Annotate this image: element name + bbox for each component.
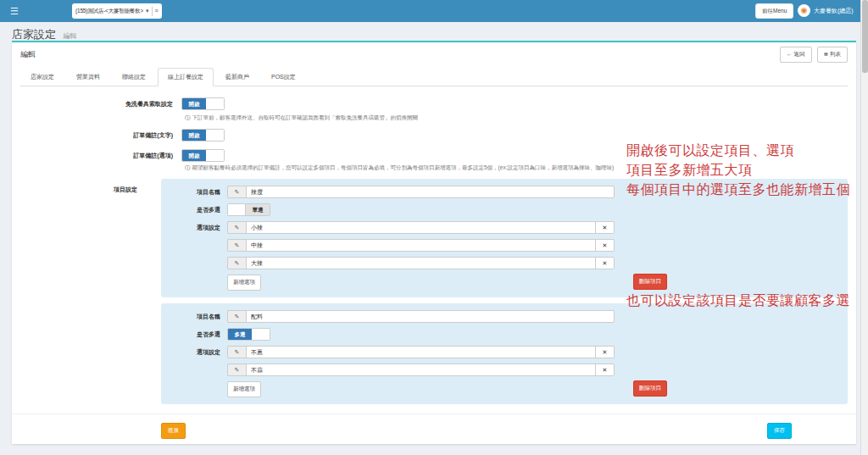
item-card-toppings: 項目名稱 ✎ 是否多選 多選 選項設定 bbox=[161, 303, 848, 404]
options-label: 選項設定 bbox=[168, 221, 227, 234]
disposable-utensils-help: ⓘ下訂單前，顧客選擇外送、自取時可在訂單確認頁面看到「索取免洗餐具或吸管」的切換… bbox=[185, 114, 848, 121]
option-input[interactable] bbox=[246, 363, 596, 376]
topbar: ☰ (155)測試店-<大麥智能餐飲> ▾ ≡ 前往Menu ◉ 大麥餐飲(總店… bbox=[0, 0, 868, 22]
tab-pos-settings[interactable]: POS設定 bbox=[261, 68, 306, 86]
scrollbar-track bbox=[860, 0, 868, 455]
multi-select-label: 是否多選 bbox=[168, 328, 227, 341]
option-input[interactable] bbox=[246, 346, 596, 358]
item-name-input[interactable] bbox=[246, 186, 615, 198]
sidebar-toggle-hamburger-icon[interactable]: ☰ bbox=[0, 0, 29, 22]
list-icon: ≣ bbox=[824, 51, 828, 57]
page-title: 店家設定 bbox=[12, 28, 56, 41]
disposable-utensils-label: 免洗餐具索取設定 bbox=[20, 97, 181, 110]
arrow-left-icon: ← bbox=[787, 51, 793, 57]
list-button[interactable]: ≣列表 bbox=[817, 47, 848, 63]
user-name[interactable]: 大麥餐飲(總店) bbox=[814, 0, 854, 22]
pencil-icon: ✎ bbox=[227, 363, 246, 376]
delete-item-button[interactable]: 刪除項目 bbox=[633, 380, 667, 397]
annotation-enable-items: 開啟後可以設定項目、選項 bbox=[626, 142, 794, 159]
pencil-icon: ✎ bbox=[227, 257, 246, 269]
undo-button[interactable]: 復原 bbox=[161, 423, 186, 439]
add-option-button[interactable]: 新增選項 bbox=[227, 381, 261, 397]
edit-panel: 編輯 ←返回 ≣列表 店家設定 營業資料 聯絡設定 線上訂餐設定 藍新商戶 PO… bbox=[12, 41, 856, 444]
settings-form: 免洗餐具索取設定 開啟 ⓘ下訂單前，顧客選擇外送、自取時可在訂單確認頁面看到「索… bbox=[12, 86, 856, 436]
delete-item-button[interactable]: 刪除項目 bbox=[633, 274, 667, 290]
remove-option-close-icon[interactable]: ✕ bbox=[596, 221, 615, 234]
option-input[interactable] bbox=[246, 257, 596, 269]
pencil-icon: ✎ bbox=[227, 310, 246, 323]
annotation-max-items: 項目至多新增五大項 bbox=[626, 162, 753, 179]
multi-select-toggle[interactable]: 單選 bbox=[227, 203, 270, 216]
save-button[interactable]: 保存 bbox=[767, 423, 792, 439]
order-note-text-label: 訂單備註(文字) bbox=[20, 129, 181, 141]
panel-footer: 復原 保存 bbox=[12, 413, 856, 444]
tab-newebpay-merchant[interactable]: 藍新商戶 bbox=[215, 68, 259, 86]
goto-menu-button[interactable]: 前往Menu bbox=[755, 3, 793, 19]
multi-select-toggle[interactable]: 多選 bbox=[227, 328, 270, 341]
annotation-max-options: 每個項目中的選項至多也能新增五個 bbox=[626, 181, 850, 198]
order-note-option-label: 訂單備註(選項) bbox=[20, 149, 181, 162]
add-option-button[interactable]: 新增選項 bbox=[227, 275, 261, 291]
store-selector-label: (155)測試店-<大麥智能餐飲> bbox=[75, 8, 143, 15]
pencil-icon: ✎ bbox=[227, 346, 246, 358]
item-name-input[interactable] bbox=[246, 310, 615, 323]
panel-header: 編輯 ←返回 ≣列表 bbox=[12, 42, 856, 66]
item-name-label: 項目名稱 bbox=[168, 310, 227, 323]
chevron-down-icon[interactable]: ▾ bbox=[146, 3, 149, 19]
pencil-icon: ✎ bbox=[227, 186, 246, 198]
remove-option-close-icon[interactable]: ✕ bbox=[596, 239, 615, 252]
store-menu-icon[interactable]: ≡ bbox=[155, 3, 159, 19]
tab-business-info[interactable]: 營業資料 bbox=[66, 68, 110, 86]
divider bbox=[152, 7, 153, 16]
pencil-icon: ✎ bbox=[227, 221, 246, 234]
scrollbar-thumb[interactable] bbox=[862, 0, 868, 73]
remove-option-close-icon[interactable]: ✕ bbox=[596, 346, 615, 358]
option-input[interactable] bbox=[246, 239, 596, 252]
page-subtitle: 編輯 bbox=[63, 32, 76, 40]
tab-store-settings[interactable]: 店家設定 bbox=[20, 68, 64, 86]
order-note-text-toggle[interactable]: 開啟 bbox=[181, 129, 225, 141]
toggle-handle bbox=[206, 130, 224, 141]
tab-contact-settings[interactable]: 聯絡設定 bbox=[112, 68, 156, 86]
pencil-icon: ✎ bbox=[227, 239, 246, 252]
disposable-utensils-toggle[interactable]: 開啟 bbox=[181, 97, 225, 110]
order-note-option-toggle[interactable]: 開啟 bbox=[181, 149, 225, 162]
store-selector[interactable]: (155)測試店-<大麥智能餐飲> ▾ ≡ bbox=[72, 3, 162, 19]
multi-select-label: 是否多選 bbox=[168, 203, 227, 216]
remove-option-close-icon[interactable]: ✕ bbox=[596, 363, 615, 376]
back-button[interactable]: ←返回 bbox=[780, 47, 812, 63]
user-avatar[interactable]: ◉ bbox=[798, 4, 810, 17]
options-label: 選項設定 bbox=[168, 346, 227, 358]
toggle-handle bbox=[206, 98, 224, 109]
toggle-handle bbox=[206, 150, 224, 161]
info-icon: ⓘ bbox=[185, 114, 191, 120]
remove-option-close-icon[interactable]: ✕ bbox=[596, 257, 615, 269]
item-settings-label: 項目設定 bbox=[20, 179, 146, 410]
annotation-multi-select: 也可以設定該項目是否要讓顧客多選 bbox=[626, 292, 850, 309]
info-icon: ⓘ bbox=[185, 164, 191, 170]
tab-online-ordering[interactable]: 線上訂餐設定 bbox=[158, 68, 214, 86]
panel-title: 編輯 bbox=[20, 49, 36, 60]
option-input[interactable] bbox=[246, 221, 596, 234]
toggle-handle bbox=[228, 204, 246, 215]
toggle-handle bbox=[252, 329, 270, 340]
tab-bar: 店家設定 營業資料 聯絡設定 線上訂餐設定 藍新商戶 POS設定 bbox=[20, 68, 848, 86]
item-name-label: 項目名稱 bbox=[168, 186, 227, 198]
